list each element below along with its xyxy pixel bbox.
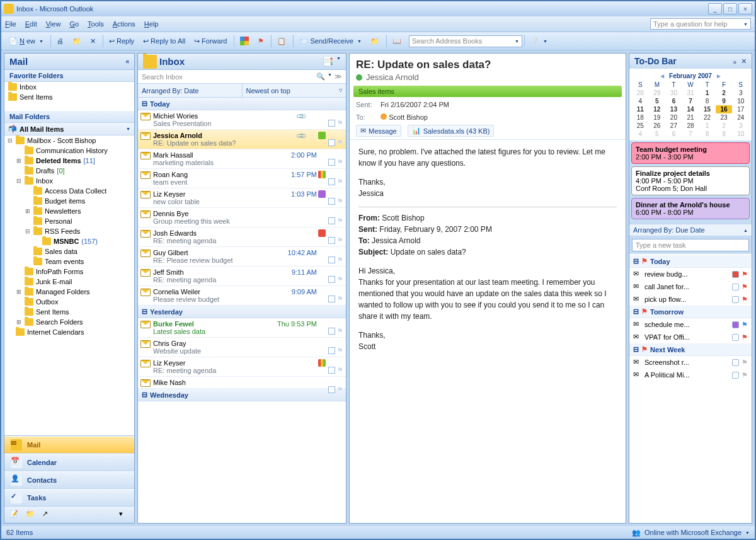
help-icon[interactable]: ❔▼ bbox=[527, 34, 551, 48]
addressbook-search-input[interactable]: Search Address Books▼ bbox=[409, 35, 522, 47]
arranged-by-button[interactable]: Arranged By: Date bbox=[138, 84, 243, 97]
folder-personal[interactable]: Personal bbox=[4, 216, 134, 226]
message-item[interactable]: Dennis ByeGroup meeting this week⚑ bbox=[138, 208, 346, 227]
message-item[interactable]: 📎Jessica ArnoldRE: Update on sales data?… bbox=[138, 130, 346, 149]
task-item[interactable]: ✉VPAT for Offi...⚑ bbox=[629, 331, 752, 343]
calendar-day[interactable]: 10 bbox=[732, 97, 749, 105]
message-item[interactable]: Liz Keysernew color table1:03 PM⚑ bbox=[138, 188, 346, 208]
message-tab[interactable]: ✉ Message bbox=[356, 125, 401, 137]
task-item[interactable]: ✉Screenshot r...⚑ bbox=[629, 356, 752, 369]
message-item[interactable]: Chris GrayWebsite update⚑ bbox=[138, 338, 346, 357]
favorite-inbox[interactable]: Inbox bbox=[4, 82, 134, 92]
shortcuts-icon[interactable]: ↗ bbox=[42, 510, 52, 520]
folder-rss-feeds[interactable]: ⊟RSS Feeds bbox=[4, 226, 134, 236]
calendar-day[interactable]: 5 bbox=[649, 130, 666, 138]
message-group[interactable]: ⊟ Yesterday bbox=[138, 306, 346, 318]
help-search-input[interactable]: Type a question for help▼ bbox=[650, 18, 751, 30]
calendar-day[interactable]: 28 bbox=[682, 122, 699, 130]
calendar-day[interactable]: 22 bbox=[699, 113, 716, 122]
calendar-day[interactable]: 4 bbox=[632, 130, 649, 138]
calendar-day[interactable]: 20 bbox=[665, 113, 682, 122]
calendar-day[interactable]: 21 bbox=[682, 113, 699, 122]
folder-sent-items[interactable]: Sent Items bbox=[4, 307, 134, 317]
task-group[interactable]: ⊟ ⚑ Today bbox=[629, 255, 752, 268]
calendar-day[interactable]: 5 bbox=[649, 97, 666, 105]
calendar-day[interactable]: 29 bbox=[649, 89, 666, 97]
message-item[interactable]: Guy GilbertRE: Please review budget10:42… bbox=[138, 247, 346, 267]
calendar-day[interactable]: 27 bbox=[665, 122, 682, 130]
calendar-day[interactable]: 28 bbox=[632, 89, 649, 97]
menu-view[interactable]: View bbox=[46, 20, 61, 28]
followup-icon[interactable]: ⚑ bbox=[254, 34, 268, 48]
menu-help[interactable]: Help bbox=[144, 20, 159, 28]
prev-month-icon[interactable]: ◄ bbox=[659, 72, 665, 79]
appointment-item[interactable]: Finalize project details4:00 PM - 5:00 P… bbox=[631, 166, 750, 195]
nav-contacts-button[interactable]: 👤Contacts bbox=[4, 471, 134, 489]
calendar-day[interactable]: 14 bbox=[682, 105, 699, 113]
configure-buttons-icon[interactable]: ▾ bbox=[119, 510, 129, 520]
forward-button[interactable]: ↪Forward bbox=[190, 34, 231, 48]
menu-actions[interactable]: Actions bbox=[113, 20, 135, 28]
addressbook-icon[interactable]: 📖 bbox=[389, 34, 405, 48]
menu-file[interactable]: File bbox=[5, 20, 16, 28]
folder-mailbox-scott-bishop[interactable]: ⊟Mailbox - Scott Bishop bbox=[4, 135, 134, 146]
message-group[interactable]: ⊟ Wednesday bbox=[138, 389, 346, 401]
message-item[interactable]: Roan Kangteam event1:57 PM⚑ bbox=[138, 169, 346, 188]
calendar-day[interactable]: 2 bbox=[716, 122, 733, 130]
calendar-day[interactable]: 30 bbox=[665, 89, 682, 97]
inbox-options-icon[interactable]: 📑 bbox=[322, 56, 334, 67]
calendar-day[interactable]: 6 bbox=[665, 130, 682, 138]
task-item[interactable]: ✉call Janet for...⚑ bbox=[629, 280, 752, 293]
menu-edit[interactable]: Edit bbox=[25, 20, 37, 28]
calendar-day[interactable]: 17 bbox=[732, 105, 749, 113]
calendar-day[interactable]: 3 bbox=[732, 89, 749, 97]
appointment-item[interactable]: Team budget meeting2:00 PM - 3:00 PM bbox=[631, 142, 750, 164]
folder-deleted-items[interactable]: ⊞Deleted Items [11] bbox=[4, 156, 134, 166]
calendar-day[interactable]: 18 bbox=[632, 113, 649, 122]
message-category[interactable]: Sales items bbox=[353, 86, 622, 97]
task-group[interactable]: ⊟ ⚑ Next Week bbox=[629, 343, 752, 356]
find-contact-icon[interactable]: 📁 bbox=[367, 34, 383, 48]
message-item[interactable]: Burke FewelLatest sales dataThu 9:53 PM⚑ bbox=[138, 318, 346, 338]
sort-order-button[interactable]: Newest on top▽ bbox=[243, 84, 346, 97]
message-item[interactable]: Josh EdwardsRE: meeting agenda⚑ bbox=[138, 227, 346, 247]
calendar-day[interactable]: 3 bbox=[732, 122, 749, 130]
message-item[interactable]: Jeff SmithRE: meeting agenda9:11 AM⚑ bbox=[138, 267, 346, 286]
close-button[interactable]: × bbox=[738, 3, 752, 14]
nav-mail-button[interactable]: ✉Mail bbox=[4, 436, 134, 454]
message-item[interactable]: Liz KeyserRE: meeting agenda⚑ bbox=[138, 357, 346, 377]
folder-communication-history[interactable]: Communication History bbox=[4, 146, 134, 156]
folder-infopath-forms[interactable]: InfoPath Forms bbox=[4, 267, 134, 277]
calendar-day[interactable]: 12 bbox=[649, 105, 666, 113]
folder-msnbc[interactable]: MSNBC (157) bbox=[4, 236, 134, 246]
calendar-day[interactable]: 8 bbox=[699, 130, 716, 138]
calendar-day[interactable]: 19 bbox=[649, 113, 666, 122]
new-button[interactable]: 📄New▼ bbox=[5, 34, 47, 48]
message-item[interactable]: 📎Michiel WoriesSales Presentation⚑ bbox=[138, 110, 346, 130]
message-item[interactable]: Cornelia WeilerPlease review budget9:09 … bbox=[138, 286, 346, 306]
menu-go[interactable]: Go bbox=[69, 20, 79, 28]
calendar-day[interactable]: 1 bbox=[699, 89, 716, 97]
todo-collapse-icon[interactable]: » bbox=[733, 59, 736, 66]
notes-icon[interactable]: 📝 bbox=[9, 510, 20, 520]
message-group[interactable]: ⊟ Today bbox=[138, 98, 346, 110]
calendar-day[interactable]: 31 bbox=[682, 89, 699, 97]
calendar-day[interactable]: 7 bbox=[682, 97, 699, 105]
folder-team-events[interactable]: Team events bbox=[4, 256, 134, 267]
calendar-day[interactable]: 26 bbox=[649, 122, 666, 130]
folder-newsletters[interactable]: ⊞Newsletters bbox=[4, 206, 134, 216]
todo-close-icon[interactable]: × bbox=[742, 56, 747, 66]
tasks-arranged-by[interactable]: Arranged By: Due Date▲ bbox=[629, 224, 752, 236]
appointment-item[interactable]: Dinner at the Arnold's house6:00 PM - 8:… bbox=[631, 198, 750, 219]
calendar-day[interactable]: 13 bbox=[665, 105, 682, 113]
folder-managed-folders[interactable]: ⊞Managed Folders bbox=[4, 287, 134, 297]
calendar-day[interactable]: 16 bbox=[716, 105, 733, 113]
rules-icon[interactable]: 📋 bbox=[273, 34, 290, 48]
status-dropdown-icon[interactable]: ▼ bbox=[745, 531, 750, 535]
all-mail-items[interactable]: 📬 All Mail Items▼ bbox=[4, 123, 134, 135]
folder-sales-data[interactable]: Sales data bbox=[4, 246, 134, 256]
nav-collapse-icon[interactable]: « bbox=[125, 58, 129, 65]
send-receive-button[interactable]: 📨Send/Receive▼ bbox=[295, 34, 365, 48]
favorite-sent-items[interactable]: Sent Items bbox=[4, 92, 134, 102]
calendar-day[interactable]: 6 bbox=[665, 97, 682, 105]
